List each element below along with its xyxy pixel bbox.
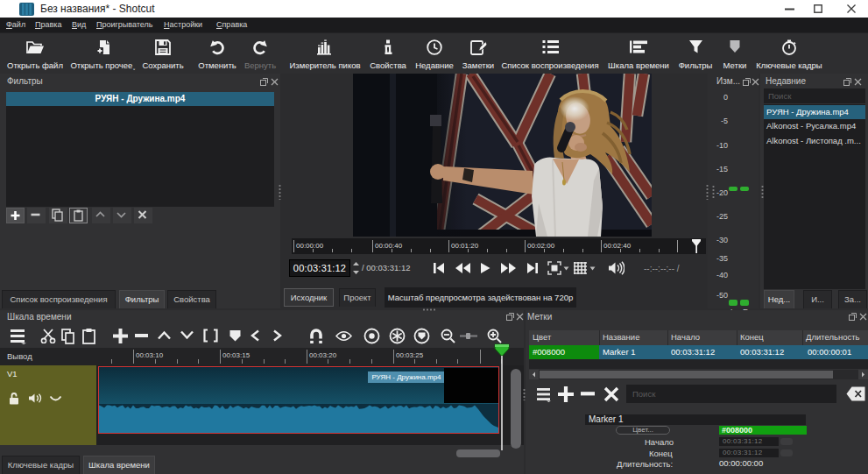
svg-text:00:03:25: 00:03:25 — [396, 351, 424, 359]
svg-text:00:03:15: 00:03:15 — [222, 351, 251, 359]
svg-text:00:01:20: 00:01:20 — [451, 242, 479, 250]
svg-text:00:02:40: 00:02:40 — [603, 242, 632, 250]
svg-text:00:00:00: 00:00:00 — [296, 242, 324, 250]
svg-text:00:00:40: 00:00:40 — [375, 242, 403, 250]
svg-text:00:02:00: 00:02:00 — [527, 242, 555, 250]
svg-text:00:03:10: 00:03:10 — [136, 351, 164, 359]
svg-text:00:03:20: 00:03:20 — [309, 351, 337, 359]
